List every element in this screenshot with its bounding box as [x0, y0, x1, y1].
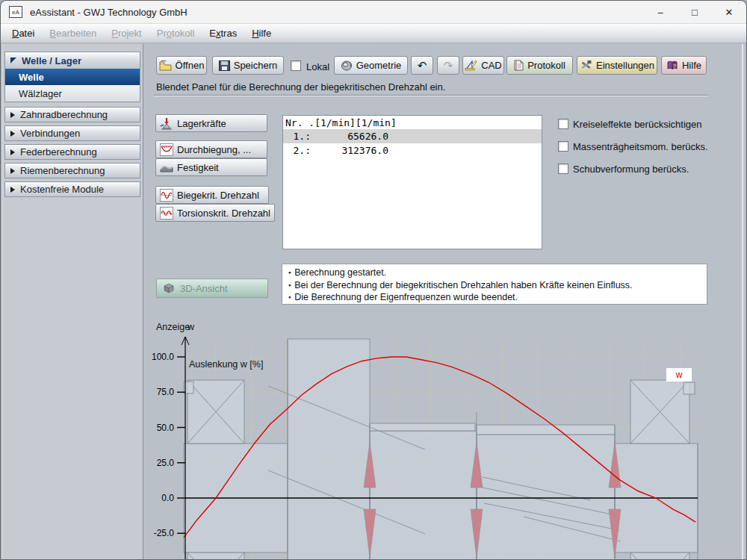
- title-bar: eA eAssistant - GWJ Technology GmbH – □ …: [1, 1, 746, 24]
- sidebar-item-welle[interactable]: Welle: [5, 69, 140, 85]
- status-line: Blendet Panel für die Berechnung der bie…: [156, 81, 445, 93]
- open-button[interactable]: Öffnen: [156, 56, 207, 75]
- torsion-critical-icon: [160, 207, 173, 220]
- cube-icon: [163, 283, 175, 293]
- settings-button[interactable]: Einstellungen: [577, 56, 657, 75]
- bullet-icon: ▪: [288, 267, 291, 279]
- mass-inertia-option: Massenträgheitsmom. berücks.: [558, 141, 708, 152]
- mass-inertia-checkbox[interactable]: [558, 141, 568, 152]
- strength-icon: [160, 162, 173, 172]
- close-button[interactable]: ✕: [712, 1, 746, 23]
- bullet-icon: ▪: [288, 291, 291, 304]
- strength-button[interactable]: Festigkeit: [155, 158, 267, 176]
- message-text: Bei der Berechnung der biegekritischen D…: [294, 279, 632, 292]
- bending-critical-label: Biegekrit. Drehzahl: [177, 190, 259, 201]
- collapsed-triangle-icon: [10, 131, 15, 137]
- sidebar-group-label: Verbindungen: [20, 128, 80, 139]
- redo-button[interactable]: ↷: [437, 56, 459, 75]
- help-label: Hilfe: [682, 60, 701, 71]
- sidebar-group-zahnradberechnung[interactable]: Zahnradberechnung: [4, 107, 140, 122]
- y-tick-label: 50.0: [157, 423, 175, 433]
- collapsed-triangle-icon: [10, 149, 15, 155]
- protocol-document-icon: [514, 60, 524, 71]
- legend-entry: w: [675, 370, 683, 380]
- y-tick-label: 0.0: [161, 493, 174, 503]
- sidebar-group-verbindungen[interactable]: Verbindungen: [4, 125, 140, 141]
- cad-label: CAD: [481, 60, 501, 71]
- menu-item-protokoll: Protokoll: [149, 28, 202, 39]
- checkbox-label: Schubverformung berücks.: [573, 164, 689, 175]
- menu-item-bearbeiten: Bearbeiten: [42, 28, 104, 39]
- menu-item-projekt: Projekt: [104, 28, 149, 39]
- redo-icon: ↷: [444, 60, 453, 71]
- local-checkbox[interactable]: [291, 60, 301, 71]
- deflection-label: Durchbiegung, ...: [177, 144, 251, 155]
- bearing-forces-icon: [160, 117, 173, 130]
- open-folder-icon: [159, 60, 172, 71]
- protocol-button[interactable]: Protokoll: [506, 56, 573, 75]
- checkbox-label: Kreiseleffekte berücksichtigen: [573, 119, 701, 130]
- expanded-triangle-icon: [10, 57, 16, 63]
- y-tick-label: -25.0: [154, 528, 175, 538]
- bearing-forces-button[interactable]: Lagerkräfte: [155, 114, 267, 132]
- sidebar-group-kostenfreie-module[interactable]: Kostenfreie Module: [4, 181, 140, 197]
- deflection-icon: [160, 143, 173, 156]
- table-header: Nr. .[1/min][1/min]: [283, 116, 542, 129]
- gyroscopic-effects-checkbox[interactable]: [558, 119, 568, 129]
- svg-text:?: ?: [673, 62, 677, 69]
- table-row[interactable]: 1.: 65626.0: [283, 129, 542, 143]
- app-icon: eA: [9, 6, 22, 18]
- view-3d-button[interactable]: 3D-Ansicht: [156, 279, 268, 298]
- bending-critical-icon: [160, 189, 173, 202]
- minimize-button[interactable]: –: [643, 1, 678, 23]
- cad-button[interactable]: CAD: [462, 56, 504, 75]
- y-tick-label: 25.0: [157, 458, 175, 468]
- protocol-label: Protokoll: [527, 60, 565, 71]
- sidebar-group-riemenberechnung[interactable]: Riemenberechnung: [4, 163, 140, 178]
- bullet-icon: ▪: [288, 279, 291, 292]
- undo-button[interactable]: ↶: [411, 56, 433, 75]
- y-tick-label: 75.0: [157, 387, 175, 397]
- cad-icon: [465, 60, 477, 71]
- display-label: Anzeige: [156, 322, 190, 332]
- shear-deformation-checkbox[interactable]: [558, 164, 568, 174]
- bending-critical-button[interactable]: Biegekrit. Drehzahl: [155, 186, 269, 204]
- save-button[interactable]: Speichern: [212, 56, 284, 75]
- help-button[interactable]: ? Hilfe: [661, 56, 707, 75]
- sidebar-item-waelzlager[interactable]: Wälzlager: [5, 85, 140, 102]
- message-line: ▪ Bei der Berechnung der biegekritischen…: [288, 279, 701, 292]
- row-number: 1.:: [283, 131, 311, 142]
- local-checkbox-label: Lokal: [306, 61, 329, 72]
- table-row[interactable]: 2.: 312376.0: [283, 143, 542, 158]
- settings-tools-icon: [580, 60, 592, 71]
- geometry-button[interactable]: Geometrie: [334, 56, 408, 75]
- app-window: eA eAssistant - GWJ Technology GmbH – □ …: [0, 0, 747, 560]
- message-line: ▪ Berechnung gestartet.: [288, 267, 701, 279]
- panel-separator: [742, 44, 743, 560]
- menu-item-datei[interactable]: Datei: [4, 28, 42, 39]
- sidebar-group-federberechnung[interactable]: Federberechnung: [4, 144, 140, 160]
- sidebar-group-header-welle-lager[interactable]: Welle / Lager: [5, 52, 140, 69]
- menu-item-hilfe[interactable]: Hilfe: [244, 28, 279, 39]
- y-tick-label: 100.0: [152, 352, 174, 362]
- collapsed-triangle-icon: [10, 112, 15, 118]
- sidebar-group-label: Zahnradberechnung: [20, 109, 108, 120]
- row-value: 65626.0: [311, 131, 388, 142]
- critical-speed-table[interactable]: Nr. .[1/min][1/min] 1.: 65626.0 2.: 3123…: [282, 115, 542, 249]
- geometry-label: Geometrie: [356, 60, 402, 71]
- display-value[interactable]: w: [187, 322, 194, 332]
- message-text: Die Berechnung der Eigenfrequenzen wurde…: [294, 291, 518, 304]
- help-book-icon: ?: [666, 60, 678, 71]
- menu-item-extras[interactable]: Extras: [202, 28, 244, 39]
- sidebar-group-label: Riemenberechnung: [20, 165, 105, 176]
- maximize-button[interactable]: □: [678, 1, 712, 23]
- sidebar-group-label: Federberechnung: [20, 146, 97, 158]
- collapsed-triangle-icon: [10, 168, 15, 174]
- save-floppy-icon: [219, 60, 230, 71]
- torsion-critical-button[interactable]: Torsionskrit. Drehzahl: [155, 204, 275, 222]
- sidebar-item-label: Wälzlager: [19, 88, 62, 99]
- sidebar-group-label: Kostenfreie Module: [20, 184, 104, 195]
- deflection-button[interactable]: Durchbiegung, ...: [155, 140, 267, 158]
- shear-deformation-option: Schubverformung berücks.: [558, 164, 689, 175]
- bearing-forces-label: Lagerkräfte: [177, 118, 226, 129]
